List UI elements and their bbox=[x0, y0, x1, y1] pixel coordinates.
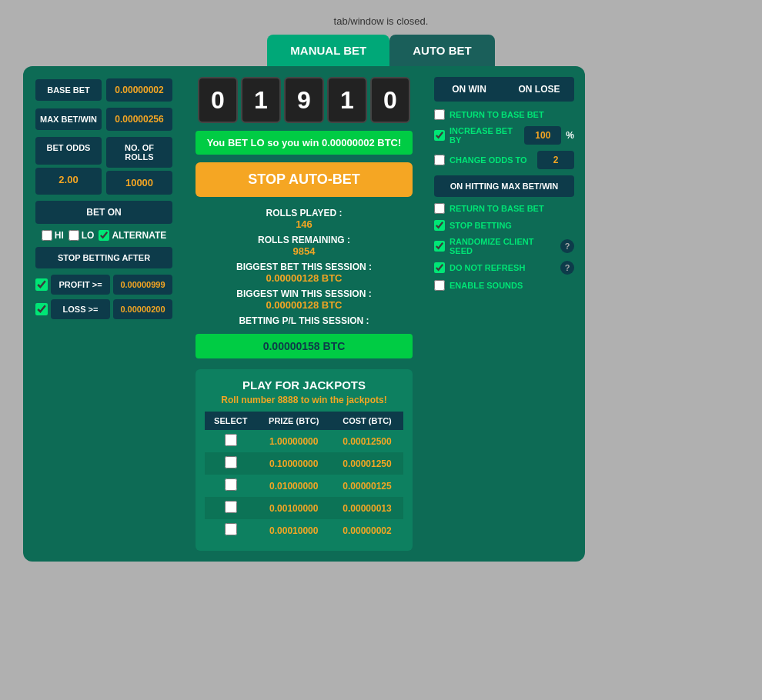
randomize-seed-label: RANDOMIZE CLIENT SEED bbox=[450, 237, 556, 255]
bet-on-section-label: BET ON bbox=[35, 201, 172, 224]
bet-on-row: HI LO ALTERNATE bbox=[35, 230, 172, 241]
win-message: You BET LO so you win 0.00000002 BTC! bbox=[196, 131, 413, 155]
enable-sounds-label: ENABLE SOUNDS bbox=[450, 281, 574, 290]
jackpot-select-checkbox[interactable] bbox=[225, 523, 237, 535]
max-bet-value[interactable]: 0.00000256 bbox=[106, 108, 172, 131]
do-not-refresh-help-icon[interactable]: ? bbox=[560, 261, 574, 275]
bottom-options: RANDOMIZE CLIENT SEED ? DO NOT REFRESH ?… bbox=[434, 237, 574, 291]
increase-bet-row: INCREASE BET BY % bbox=[434, 126, 574, 145]
roll-display: 01910 bbox=[198, 77, 410, 123]
col-cost: COST (BTC) bbox=[331, 412, 403, 430]
return-base-bet2-row: RETURN TO BASE BET bbox=[434, 203, 574, 214]
jackpot-select-checkbox[interactable] bbox=[225, 501, 237, 513]
bet-on-lo-checkbox[interactable] bbox=[69, 230, 79, 241]
base-bet-label: BASE BET bbox=[35, 79, 102, 101]
jackpot-section: PLAY FOR JACKPOTS Roll number 8888 to wi… bbox=[196, 369, 413, 551]
return-base-bet-row: RETURN TO BASE BET bbox=[434, 109, 574, 120]
jackpot-sub1: Roll number bbox=[221, 395, 277, 405]
rolls-played-label: ROLLS PLAYED : bbox=[266, 208, 343, 218]
bet-on-hi-checkbox[interactable] bbox=[42, 230, 52, 241]
pl-value: 0.00000158 BTC bbox=[196, 334, 413, 358]
change-odds-input[interactable] bbox=[537, 151, 574, 169]
randomize-help-icon[interactable]: ? bbox=[560, 239, 574, 253]
rolls-remaining-label: ROLLS REMAINING : bbox=[258, 235, 350, 245]
base-bet-row: BASE BET 0.00000002 bbox=[35, 78, 172, 102]
increase-bet-label: INCREASE BET BY bbox=[450, 126, 520, 145]
rolls-played-value: 146 bbox=[296, 218, 312, 230]
jackpot-select-checkbox[interactable] bbox=[225, 478, 237, 491]
biggest-bet-value: 0.00000128 BTC bbox=[266, 272, 342, 284]
jackpot-cost: 0.00000002 bbox=[331, 519, 403, 542]
do-not-refresh-row: DO NOT REFRESH ? bbox=[434, 261, 574, 275]
roll-digit: 9 bbox=[284, 77, 324, 123]
stop-auto-bet-button[interactable]: STOP AUTO-BET bbox=[196, 162, 413, 197]
jackpot-row: 0.100000000.00001250 bbox=[205, 452, 403, 475]
profit-checkbox[interactable] bbox=[35, 278, 48, 291]
jackpot-table: SELECT PRIZE (BTC) COST (BTC) 1.00000000… bbox=[205, 412, 403, 542]
rolls-played-row: ROLLS PLAYED : 146 bbox=[196, 208, 413, 230]
enable-sounds-checkbox[interactable] bbox=[434, 280, 445, 291]
col-select: SELECT bbox=[205, 412, 257, 430]
bet-on-alt-checkbox[interactable] bbox=[99, 230, 109, 241]
biggest-bet-row: BIGGEST BET THIS SESSION : 0.00000128 BT… bbox=[196, 262, 413, 284]
increase-unit: % bbox=[566, 130, 574, 141]
roll-digit: 0 bbox=[198, 77, 238, 123]
change-odds-row: CHANGE ODDS TO bbox=[434, 151, 574, 169]
max-bet-row: MAX BET/WIN 0.00000256 bbox=[35, 108, 172, 131]
bet-on-hi-label: HI bbox=[55, 230, 64, 241]
biggest-win-row: BIGGEST WIN THIS SESSION : 0.00000128 BT… bbox=[196, 288, 413, 311]
return-base-bet2-checkbox[interactable] bbox=[434, 203, 445, 214]
stop-betting-checkbox[interactable] bbox=[434, 220, 445, 231]
jackpot-select-checkbox[interactable] bbox=[225, 456, 237, 468]
jackpot-prize: 1.00000000 bbox=[257, 430, 331, 452]
right-panel: ON WIN ON LOSE RETURN TO BASE BET INCREA… bbox=[423, 66, 585, 562]
on-win-tab[interactable]: ON WIN bbox=[434, 77, 504, 102]
on-lose-tab[interactable]: ON LOSE bbox=[504, 77, 574, 102]
increase-bet-checkbox[interactable] bbox=[434, 130, 445, 141]
base-bet-value[interactable]: 0.00000002 bbox=[106, 78, 172, 102]
jackpot-prize: 0.00100000 bbox=[257, 497, 331, 519]
jackpot-prize: 0.01000000 bbox=[257, 475, 331, 497]
bet-on-alternate[interactable]: ALTERNATE bbox=[99, 230, 166, 241]
odds-rolls-row: BET ODDS 2.00 NO. OF ROLLS 10000 bbox=[35, 137, 172, 195]
increase-bet-input[interactable] bbox=[524, 126, 561, 145]
loss-label: LOSS >= bbox=[51, 299, 110, 319]
jackpot-title: PLAY FOR JACKPOTS bbox=[205, 378, 403, 392]
tab-auto[interactable]: AUTO BET bbox=[389, 35, 494, 66]
bet-odds-value[interactable]: 2.00 bbox=[35, 168, 102, 195]
roll-digit: 1 bbox=[327, 77, 367, 123]
rolls-remaining-row: ROLLS REMAINING : 9854 bbox=[196, 235, 413, 257]
do-not-refresh-label: DO NOT REFRESH bbox=[450, 263, 556, 272]
bet-on-alt-label: ALTERNATE bbox=[112, 230, 166, 241]
stop-betting-label-right: STOP BETTING bbox=[450, 221, 574, 230]
randomize-seed-checkbox[interactable] bbox=[434, 241, 445, 252]
enable-sounds-row: ENABLE SOUNDS bbox=[434, 280, 574, 291]
no-of-rolls-value[interactable]: 10000 bbox=[106, 171, 172, 195]
center-panel: 01910 You BET LO so you win 0.00000002 B… bbox=[185, 66, 423, 562]
profit-row: PROFIT >= 0.00000999 bbox=[35, 275, 172, 295]
biggest-win-value: 0.00000128 BTC bbox=[266, 299, 342, 311]
max-bet-label: MAX BET/WIN bbox=[35, 108, 102, 130]
jackpot-select-checkbox[interactable] bbox=[225, 434, 237, 446]
jackpot-cost: 0.00012500 bbox=[331, 430, 403, 452]
change-odds-checkbox[interactable] bbox=[434, 155, 445, 165]
jackpot-cost: 0.00000013 bbox=[331, 497, 403, 519]
tab-manual[interactable]: MANUAL BET bbox=[267, 35, 389, 66]
jackpot-row: 0.000100000.00000002 bbox=[205, 519, 403, 542]
bet-on-lo[interactable]: LO bbox=[69, 230, 95, 241]
on-win-lose-tabs: ON WIN ON LOSE bbox=[434, 77, 574, 102]
return-base-bet2-label: RETURN TO BASE BET bbox=[450, 204, 574, 213]
bet-on-hi[interactable]: HI bbox=[42, 230, 64, 241]
stop-betting-row: STOP BETTING bbox=[434, 220, 574, 231]
no-of-rolls-label: NO. OF ROLLS bbox=[106, 137, 172, 168]
left-panel: BASE BET 0.00000002 MAX BET/WIN 0.000002… bbox=[23, 66, 185, 562]
biggest-win-label: BIGGEST WIN THIS SESSION : bbox=[236, 288, 371, 299]
profit-value[interactable]: 0.00000999 bbox=[113, 275, 172, 295]
profit-label: PROFIT >= bbox=[51, 275, 110, 295]
jackpot-row: 0.001000000.00000013 bbox=[205, 497, 403, 519]
return-base-bet-checkbox[interactable] bbox=[434, 109, 445, 120]
loss-checkbox[interactable] bbox=[35, 303, 48, 315]
return-base-bet-label: RETURN TO BASE BET bbox=[450, 110, 574, 119]
loss-value[interactable]: 0.00000200 bbox=[113, 299, 172, 319]
do-not-refresh-checkbox[interactable] bbox=[434, 262, 445, 273]
